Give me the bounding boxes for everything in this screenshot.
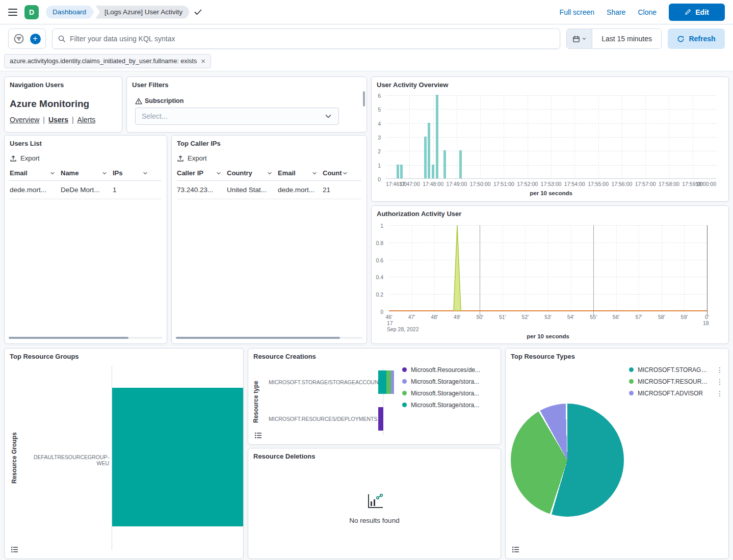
- gridline-x: [684, 225, 685, 311]
- legend-toggle-icon[interactable]: [253, 431, 263, 440]
- column-label: Caller IP: [177, 169, 203, 177]
- legend-label: Microsoft.Storage/stora...: [411, 390, 479, 397]
- add-filter-icon[interactable]: +: [27, 31, 43, 47]
- clone-link[interactable]: Clone: [638, 8, 657, 16]
- activity-bar[interactable]: [432, 165, 434, 178]
- activity-bar[interactable]: [400, 165, 403, 178]
- axis-hour-end: 18: [703, 320, 709, 326]
- export-label: Export: [20, 154, 40, 162]
- options-menu-icon[interactable]: ⋮: [715, 366, 724, 374]
- sort-chevron-icon[interactable]: [142, 170, 148, 176]
- legend-item[interactable]: MICROSOFT.STORAGE/...⋮: [629, 364, 724, 376]
- nav-link-overview[interactable]: Overview: [10, 116, 39, 124]
- activity-bar[interactable]: [443, 150, 446, 178]
- legend-toggle-icon[interactable]: [10, 545, 19, 554]
- export-button[interactable]: Export: [177, 154, 207, 162]
- column-header[interactable]: Caller IP: [177, 169, 227, 177]
- full-screen-link[interactable]: Full screen: [560, 8, 594, 16]
- column-header[interactable]: Email: [278, 169, 323, 177]
- saved-query-filter-icon[interactable]: [11, 31, 27, 47]
- sort-chevron-icon[interactable]: [49, 170, 56, 176]
- x-axis-tick-label: 54': [567, 314, 574, 320]
- axis-caption: per 10 seconds: [389, 333, 707, 339]
- legend-item[interactable]: Microsoft.Storage/stora...: [402, 387, 497, 399]
- activity-bar[interactable]: [459, 150, 462, 178]
- subscription-select[interactable]: Select...: [135, 108, 339, 125]
- panel-title: Top Resource Groups: [10, 353, 79, 360]
- y-axis-title: Resource type: [252, 369, 259, 435]
- time-range-button[interactable]: Last 15 minutes: [592, 29, 661, 48]
- gridline-x: [551, 95, 552, 178]
- column-label: Count: [323, 169, 342, 177]
- horizontal-scrollbar-thumb[interactable]: [9, 337, 128, 339]
- gridline-x: [528, 95, 528, 178]
- remove-filter-icon[interactable]: ×: [201, 57, 205, 65]
- gridline-x: [598, 95, 599, 178]
- x-axis-tick-label: 46': [385, 314, 392, 320]
- options-menu-icon[interactable]: ⋮: [715, 389, 724, 397]
- y-axis-labels: 00.20.40.60.81: [372, 225, 386, 311]
- x-axis-tick-label: 50': [476, 314, 483, 320]
- activity-bar[interactable]: [428, 123, 430, 178]
- gridline-x: [645, 95, 646, 178]
- filter-pill[interactable]: azure.activitylogs.identity.claims_initi…: [4, 54, 211, 68]
- sort-chevron-icon[interactable]: [101, 170, 108, 176]
- column-header[interactable]: Name: [61, 169, 113, 177]
- kql-search-input[interactable]: [70, 35, 555, 43]
- sort-chevron-icon[interactable]: [342, 170, 348, 176]
- activity-bar[interactable]: [397, 165, 399, 178]
- panel-title: Resource Deletions: [253, 452, 315, 460]
- export-button[interactable]: Export: [10, 154, 40, 162]
- table-cell: DeDe Mort...: [61, 181, 113, 199]
- sort-chevron-icon[interactable]: [216, 170, 222, 176]
- horizontal-scrollbar-thumb[interactable]: [176, 337, 340, 339]
- vertical-scrollbar[interactable]: [363, 91, 365, 106]
- x-axis-tick-label: 51': [499, 314, 506, 320]
- column-header[interactable]: Email: [10, 169, 61, 177]
- legend-item[interactable]: Microsoft.Resources/de...: [402, 364, 497, 376]
- panel-resource-creations: Resource Creations Resource type MICROSO…: [248, 348, 501, 445]
- nav-link-alerts[interactable]: Alerts: [77, 116, 96, 124]
- panel-top-caller-ips: Top Caller IPs Export Caller IPCountryEm…: [171, 135, 367, 344]
- menu-icon[interactable]: [8, 9, 17, 16]
- options-menu-icon[interactable]: ⋮: [715, 378, 724, 386]
- pie-chart[interactable]: [511, 404, 624, 517]
- x-axis-tick-label: 47': [408, 314, 415, 320]
- table-row[interactable]: 73.240.23...United Stat...dede.mort...21: [177, 181, 361, 199]
- column-header[interactable]: IPs: [113, 169, 153, 177]
- stacked-bar[interactable]: [378, 370, 394, 394]
- query-bar: + Last 15 minutes Refresh: [0, 24, 733, 53]
- legend-dot: [629, 391, 634, 395]
- legend-toggle-icon[interactable]: [511, 545, 520, 554]
- category-label: MICROSOFT.STORAGE/STORAGEACCOUNTS: [269, 379, 378, 385]
- resource-group-bar[interactable]: [112, 388, 243, 526]
- x-axis-tick-label: 53': [544, 314, 552, 320]
- stacked-bar[interactable]: [378, 407, 383, 431]
- empty-message: No results found: [349, 517, 399, 524]
- kql-search-box[interactable]: [52, 29, 560, 49]
- sort-chevron-icon[interactable]: [311, 170, 318, 176]
- column-header[interactable]: Country: [227, 169, 278, 177]
- space-avatar[interactable]: D: [24, 5, 39, 19]
- edit-button[interactable]: Edit: [669, 4, 725, 21]
- nav-link-users[interactable]: Users: [48, 116, 68, 124]
- activity-bar[interactable]: [424, 137, 427, 178]
- activity-bar[interactable]: [436, 95, 438, 178]
- category-label: MICROSOFT.RESOURCES/DEPLOYMENTS: [269, 416, 378, 422]
- y-axis-tick-label: 2: [378, 148, 381, 154]
- calendar-icon[interactable]: [567, 29, 592, 48]
- x-axis-tick-label: 49': [454, 314, 461, 320]
- gridline-x: [639, 225, 639, 311]
- x-axis-tick-label: 17:58:00: [659, 181, 679, 187]
- refresh-button[interactable]: Refresh: [668, 29, 725, 49]
- legend-item[interactable]: MICROSOFT.ADVISOR⋮: [629, 387, 724, 399]
- column-header[interactable]: Count: [323, 169, 353, 177]
- legend-item[interactable]: Microsoft.Storage/stora...: [402, 376, 497, 387]
- legend-item[interactable]: MICROSOFT.RESOURCE...⋮: [629, 376, 724, 387]
- share-link[interactable]: Share: [607, 8, 625, 16]
- legend-item[interactable]: Microsoft.Storage/stora...: [402, 399, 497, 411]
- breadcrumb-current: [Logs Azure] User Activity: [95, 6, 189, 19]
- sort-chevron-icon[interactable]: [267, 170, 273, 176]
- table-row[interactable]: dede.mort...DeDe Mort...1: [10, 181, 162, 199]
- breadcrumb-dashboard[interactable]: Dashboard: [46, 6, 94, 19]
